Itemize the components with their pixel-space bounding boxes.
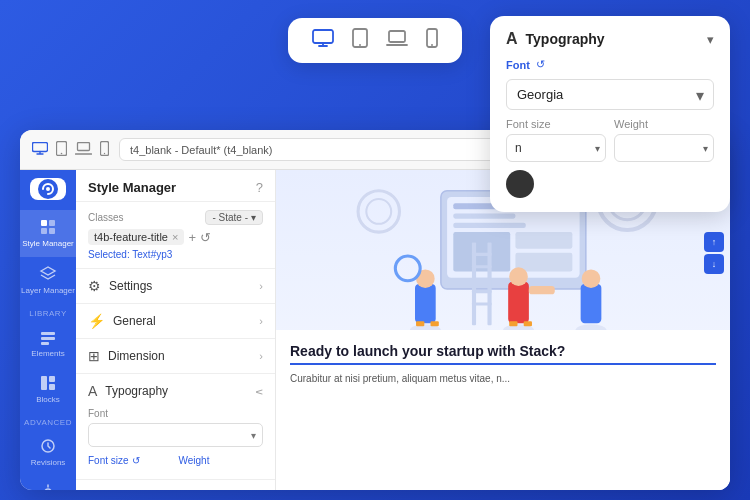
style-section-settings-header[interactable]: ⚙ Settings › (76, 269, 275, 303)
sidebar-item-style-manager[interactable]: Style Manager (20, 210, 76, 257)
style-section-typography-header[interactable]: A Typography ∨ (76, 374, 275, 408)
sidebar-elements-label: Elements (31, 349, 64, 358)
svg-rect-23 (49, 384, 55, 390)
svg-rect-53 (472, 278, 492, 281)
typography-color-picker[interactable] (506, 170, 534, 198)
style-panel-header: Style Manager ? (76, 170, 275, 202)
style-section-dimension: ⊞ Dimension › (76, 339, 275, 374)
dimension-label: Dimension (108, 349, 165, 363)
svg-rect-19 (41, 337, 55, 340)
svg-rect-6 (33, 142, 48, 151)
typography-weight-select-wrap[interactable]: Bold Normal (614, 134, 714, 162)
class-tag-refresh[interactable]: ↺ (200, 230, 211, 245)
style-panel: Style Manager ? Classes - State - ▾ t4b-… (76, 170, 276, 490)
style-section-typography: A Typography ∨ Font Georgia Arial (76, 374, 275, 480)
canvas-text-area: Ready to launch your startup with Stack?… (276, 330, 730, 490)
typography-section-weight-label: Weight (179, 455, 210, 466)
topbar-tablet-icon[interactable] (56, 141, 67, 159)
topbar-desktop-icon[interactable] (32, 142, 48, 158)
typography-section-font-label: Font (88, 408, 263, 419)
svg-rect-51 (472, 253, 492, 256)
tablet-icon[interactable] (352, 28, 368, 53)
svg-rect-55 (472, 303, 492, 306)
typography-font-select-wrap[interactable]: Georgia Arial Helvetica (506, 79, 714, 110)
typography-weight-select[interactable]: Bold Normal (614, 134, 714, 162)
svg-rect-33 (453, 213, 515, 218)
canvas-body-text: Curabitur at nisi pretium, aliquam metus… (290, 371, 716, 386)
typography-arrow: ∨ (253, 387, 266, 395)
canvas-heading: Ready to launch your startup with Stack? (290, 342, 716, 365)
svg-point-44 (509, 267, 528, 286)
sidebar-library-label: LIBRARY (29, 303, 67, 320)
sidebar-advanced-label: ADVANCED (24, 412, 72, 429)
style-section-general-header[interactable]: ⚡ General › (76, 304, 275, 338)
typography-font-size-select[interactable]: n 16px 18px (506, 134, 606, 162)
sidebar-item-elements[interactable]: Elements (20, 320, 76, 366)
sidebar-item-revisions[interactable]: Revisions (20, 429, 76, 475)
typography-font-size-label: Font size (506, 118, 551, 130)
editor-body: Style Manager Layer Manager LIBRARY Elem… (20, 170, 730, 490)
svg-rect-18 (41, 332, 55, 335)
svg-rect-56 (416, 321, 424, 326)
sidebar-logo[interactable] (30, 178, 66, 200)
typography-section-font-size-col: Font size ↺ (88, 455, 173, 469)
topbar-laptop-icon[interactable] (75, 142, 92, 158)
typography-panel-header: A Typography ▾ (506, 30, 714, 48)
svg-rect-45 (529, 286, 555, 294)
topbar-mobile-icon[interactable] (100, 141, 109, 159)
svg-rect-57 (431, 321, 439, 326)
general-arrow: › (259, 315, 263, 327)
sidebar-item-layer-manager[interactable]: Layer Manager (20, 257, 76, 304)
state-button[interactable]: - State - ▾ (205, 210, 263, 225)
svg-rect-15 (49, 220, 55, 226)
laptop-icon[interactable] (386, 30, 408, 51)
typography-section-font-size-reset[interactable]: ↺ (132, 455, 140, 466)
svg-point-2 (359, 44, 361, 46)
sidebar-item-settings[interactable] (20, 475, 76, 490)
typography-panel-chevron[interactable]: ▾ (707, 32, 714, 47)
typography-font-size-select-wrap[interactable]: n 16px 18px (506, 134, 606, 162)
svg-rect-16 (41, 228, 47, 234)
svg-point-28 (358, 191, 399, 232)
svg-rect-47 (581, 284, 602, 323)
typography-section-size-weight-row: Font size ↺ Weight (88, 455, 263, 469)
svg-rect-0 (313, 30, 333, 43)
sidebar-style-manager-label: Style Manager (22, 239, 74, 249)
sidebar-left: Style Manager Layer Manager LIBRARY Elem… (20, 170, 76, 490)
scroll-up-button[interactable]: ↑ (704, 232, 724, 252)
typography-section-font-select[interactable]: Georgia Arial (88, 423, 263, 447)
svg-rect-14 (41, 220, 47, 226)
svg-rect-59 (524, 321, 532, 326)
topbar-url-text: t4_blank - Default* (t4_blank) (130, 144, 272, 156)
mobile-icon[interactable] (426, 28, 438, 53)
style-section-general: ⚡ General › (76, 304, 275, 339)
settings-arrow: › (259, 280, 263, 292)
style-panel-help[interactable]: ? (256, 180, 263, 195)
selected-label: Selected: Text#yp3 (88, 249, 263, 260)
class-tag-remove[interactable]: × (172, 231, 178, 243)
typography-panel: A Typography ▾ Font ↺ Georgia Arial Helv… (490, 16, 730, 212)
typography-font-row: Font ↺ (506, 58, 714, 71)
svg-rect-21 (41, 376, 47, 390)
svg-point-5 (431, 44, 433, 46)
class-tag: t4b-feature-title × (88, 229, 184, 245)
typography-section-font-select-wrap[interactable]: Georgia Arial (88, 423, 263, 447)
typography-section-icon: A (88, 383, 97, 399)
typography-font-select[interactable]: Georgia Arial Helvetica (506, 79, 714, 110)
svg-rect-9 (78, 142, 90, 150)
settings-icon: ⚙ (88, 278, 101, 294)
svg-point-8 (61, 152, 63, 154)
typography-font-reset[interactable]: ↺ (536, 58, 545, 71)
style-panel-title: Style Manager (88, 180, 176, 195)
canvas-area: ↑ ↓ Ready to launch your startup with St… (276, 170, 730, 490)
sidebar-item-blocks[interactable]: Blocks (20, 366, 76, 412)
typography-panel-title: Typography (526, 31, 605, 47)
svg-rect-22 (49, 376, 55, 382)
svg-rect-34 (453, 223, 525, 228)
scroll-down-button[interactable]: ↓ (704, 254, 724, 274)
desktop-icon[interactable] (312, 29, 334, 52)
style-section-dimension-header[interactable]: ⊞ Dimension › (76, 339, 275, 373)
class-tag-add[interactable]: + (188, 230, 196, 245)
sidebar-blocks-label: Blocks (36, 395, 60, 404)
svg-point-29 (366, 199, 391, 224)
